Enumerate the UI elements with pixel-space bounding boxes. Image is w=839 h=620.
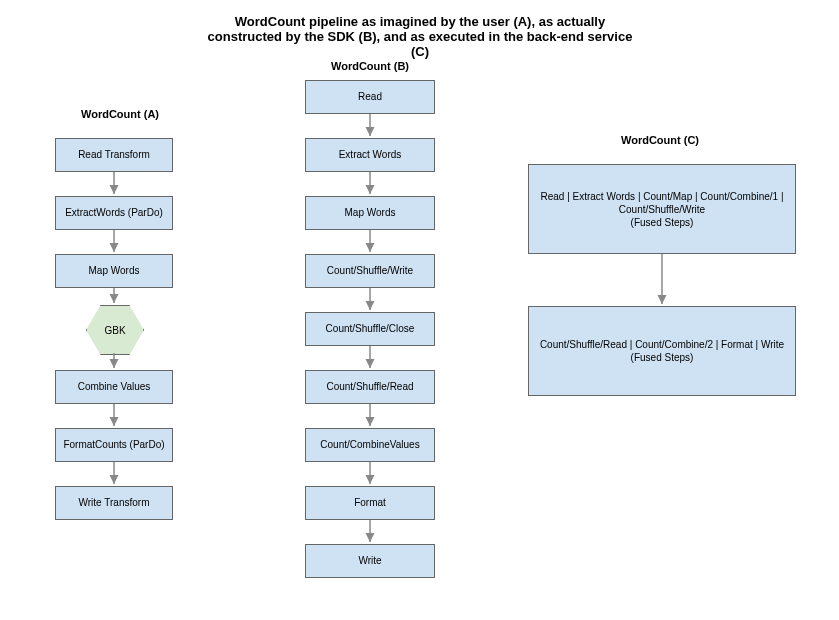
col-b-box-shuffle-close: Count/Shuffle/Close xyxy=(305,312,435,346)
heading-col-c: WordCount (C) xyxy=(515,134,805,146)
col-b-box-shuffle-read: Count/Shuffle/Read xyxy=(305,370,435,404)
col-b-box-write: Write xyxy=(305,544,435,578)
col-c-box-stage2: Count/Shuffle/Read | Count/Combine/2 | F… xyxy=(528,306,796,396)
heading-col-a: WordCount (A) xyxy=(20,108,220,120)
col-c-box-stage1: Read | Extract Words | Count/Map | Count… xyxy=(528,164,796,254)
col-c-stage1-line2: (Fused Steps) xyxy=(631,216,694,229)
col-b-box-format: Format xyxy=(305,486,435,520)
main-title: WordCount pipeline as imagined by the us… xyxy=(200,14,640,59)
col-c-stage1-line1: Read | Extract Words | Count/Map | Count… xyxy=(537,190,787,216)
col-a-box-format: FormatCounts (ParDo) xyxy=(55,428,173,462)
heading-col-b: WordCount (B) xyxy=(270,60,470,72)
col-b-box-map: Map Words xyxy=(305,196,435,230)
col-a-box-combine: Combine Values xyxy=(55,370,173,404)
col-c-stage2-line1: Count/Shuffle/Read | Count/Combine/2 | F… xyxy=(540,338,784,351)
col-b-box-extract: Extract Words xyxy=(305,138,435,172)
col-a-box-extract: ExtractWords (ParDo) xyxy=(55,196,173,230)
col-a-hex-gbk: GBK xyxy=(86,305,144,355)
col-b-box-shuffle-write: Count/Shuffle/Write xyxy=(305,254,435,288)
col-a-box-write: Write Transform xyxy=(55,486,173,520)
col-b-box-combine: Count/CombineValues xyxy=(305,428,435,462)
col-a-box-read: Read Transform xyxy=(55,138,173,172)
col-c-stage2-line2: (Fused Steps) xyxy=(631,351,694,364)
col-a-box-map: Map Words xyxy=(55,254,173,288)
col-b-box-read: Read xyxy=(305,80,435,114)
